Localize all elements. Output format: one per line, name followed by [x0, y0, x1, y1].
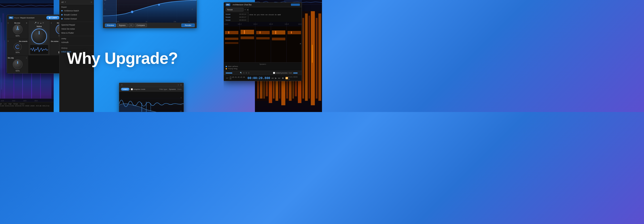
de-clip-knob[interactable]: [13, 59, 22, 69]
svg-text:13.5: 13.5: [1, 100, 4, 101]
timecode-bar: ·def -70 -65 -51 -45 -42 -38 -30 00:00:2…: [224, 75, 302, 81]
voice-icon3: ☁: [40, 22, 42, 24]
voice-section: 🎤 ⊞ ☁ ⟳ Voice: [28, 21, 50, 55]
word-time-2: 00:00:17: [239, 16, 246, 18]
gain-slider-track: [293, 73, 300, 73]
search-clear-icon[interactable]: ✕: [244, 9, 246, 11]
speaker-1-dot: [226, 66, 227, 67]
render-button[interactable]: Render: [181, 24, 195, 27]
svg-text:-5: -5: [192, 9, 193, 10]
word-3: house: [226, 19, 230, 21]
timeline-svg: 13.0 13.5 14.0 14.5 15.0: [0, 99, 52, 102]
instant-process-label[interactable]: Instant process: [273, 72, 288, 74]
wow-flutter-item[interactable]: Wow & Flutter: [60, 31, 94, 35]
add-button[interactable]: +: [128, 24, 134, 27]
bottom-controls-right: 🔍 ⊖ ⊕ ⊡ Instant process Gain: [224, 71, 302, 75]
right-panel: RX · Architecture Chat.flac ✕ ◀ ▶: [224, 0, 322, 112]
zoom-in-icon[interactable]: ⊕: [246, 72, 247, 74]
zoom-icon[interactable]: 🔍: [240, 72, 242, 74]
de-reverb-section: ℹ De-reverb 50%: [7, 39, 28, 56]
zoom-out-icon[interactable]: ⊖: [243, 72, 245, 74]
zoom-fit-icon[interactable]: ⊡: [248, 72, 250, 74]
rx-subtitle: Repair: [14, 17, 20, 19]
loop-icon[interactable]: 🔁: [285, 77, 288, 79]
rx-badge: RX: [9, 16, 14, 19]
center-extract-item[interactable]: Center Extract: [60, 17, 94, 21]
nr-settings-icon[interactable]: ⚙: [180, 84, 182, 86]
voice-waveform-svg: [30, 45, 48, 54]
search-prev-icon[interactable]: ◀: [247, 9, 248, 11]
voice-de-noise-item[interactable]: Voice De-noise: [60, 27, 94, 31]
record-icon[interactable]: ⏺: [282, 77, 284, 79]
adaptive-mode-checkbox[interactable]: [131, 88, 133, 90]
preview-button[interactable]: Preview: [105, 24, 116, 27]
nr-learn-bar: Learn Adaptive mode Filter type: Dynamic…: [119, 87, 184, 92]
nr-learn-button[interactable]: Learn: [121, 88, 130, 91]
secondary-group: Spectral Repair Voice De-noise Wow & Flu…: [60, 22, 94, 36]
svg-text:121.8: 121.8: [285, 23, 289, 25]
svg-point-43: [131, 11, 133, 13]
skip-back-icon[interactable]: ⏮: [272, 77, 274, 79]
svg-rect-109: [260, 31, 260, 34]
speakers-header: Speakers: [226, 63, 300, 65]
static-label: Static: [177, 88, 182, 90]
de-reverb-knob[interactable]: [14, 43, 22, 51]
search-and-transcript: ✕ ◀ ▶ house 00:00:10 house 00:00:17 hous…: [224, 7, 302, 22]
nr-menu-icon[interactable]: ≡: [178, 84, 179, 86]
instant-process-checkbox[interactable]: [273, 72, 275, 74]
eq-svg: dB 0 -5 0 -5 100 1k 10k Hz: [103, 0, 196, 23]
word-item-3[interactable]: house 00:00:22: [224, 19, 248, 22]
transport-controls: 00:00:20.800 ⏮ ▶ ⏭ ⏺ 🔁: [248, 76, 288, 80]
svg-text:R: R: [300, 43, 301, 45]
word-item-2[interactable]: house 00:00:17: [224, 16, 248, 19]
skip-forward-icon[interactable]: ⏭: [278, 77, 280, 79]
ambience-match-item[interactable]: Ambience Match: [60, 9, 94, 13]
menu-icon[interactable]: ≡: [91, 1, 92, 3]
svg-rect-97: [225, 31, 238, 34]
svg-rect-98: [225, 38, 238, 40]
status-time2: 00:00:14.631: [5, 105, 14, 107]
transcript-word-4: think: [261, 14, 264, 16]
waveform-strip-left: [0, 3, 54, 8]
spectral-repair-item[interactable]: Spectral Repair: [60, 23, 94, 27]
spectral-repair-label: Spectral Repair: [61, 24, 75, 26]
rx-logo: RX Repair Repair Assistant: [9, 16, 34, 19]
svg-rect-74: [302, 18, 304, 98]
svg-rect-17: [4, 40, 5, 103]
search-input[interactable]: [226, 8, 244, 12]
word-item-1[interactable]: house 00:00:10: [224, 13, 248, 16]
zoom-slider-fill: [226, 73, 232, 73]
adaptive-mode-label[interactable]: Adaptive mode: [131, 88, 145, 90]
compare-button[interactable]: Compare: [134, 24, 147, 27]
all-selector[interactable]: All ▼: [61, 1, 66, 3]
de-clip-value: 50%: [16, 70, 20, 72]
voice-icons: 🎤 ⊞ ☁ ⟳: [34, 22, 44, 24]
status-range: Range: [14, 103, 18, 104]
word-2: house: [226, 16, 230, 18]
bypass-button[interactable]: Bypass: [117, 24, 128, 27]
format-display: 24-bit | 48000 Hz: [288, 76, 300, 80]
voice-main-knob[interactable]: [31, 29, 47, 44]
db-scale-left: -20: [104, 0, 106, 1]
rx-window-title: Repair Assistant: [20, 17, 34, 19]
filter-type-label: Filter type:: [159, 88, 168, 90]
svg-text:121.2: 121.2: [238, 23, 242, 25]
info-icon-de-ess: ℹ: [8, 22, 8, 24]
svg-text:121.6: 121.6: [269, 23, 273, 25]
azimuth-item[interactable]: Azimuth: [60, 40, 94, 44]
play-icon[interactable]: ▶: [275, 77, 277, 79]
svg-text:14.5: 14.5: [23, 100, 26, 101]
de-ess-value: 50%: [16, 35, 20, 37]
right-title-right: [291, 4, 300, 6]
module-dot-2: [61, 14, 62, 16]
svg-rect-77: [311, 11, 315, 105]
de-ess-knob[interactable]: SN: [13, 24, 22, 34]
noise-reduction-panel: ⊙ ≡ ⚙ Learn Adaptive mode Filter type: D…: [119, 83, 184, 112]
learn-button[interactable]: Learn: [46, 16, 60, 20]
svg-point-44: [158, 4, 160, 6]
repair-group-label: Repair: [60, 5, 94, 9]
word-1: house: [226, 13, 230, 15]
utility-label: Utility: [60, 37, 94, 40]
breath-control-item[interactable]: Breath Control: [60, 13, 94, 17]
knob-indicator: SN: [16, 28, 19, 31]
